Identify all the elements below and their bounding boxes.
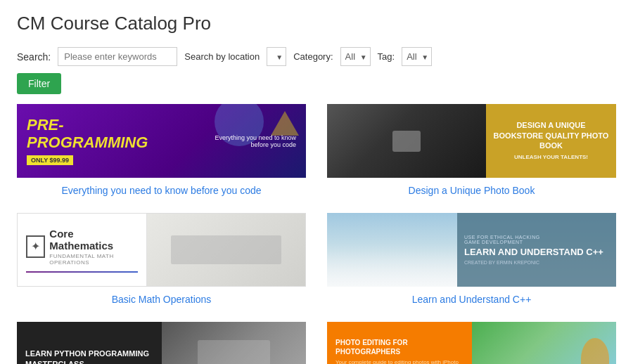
search-bar: Search: Search by location ▼ Category: A… — [17, 47, 616, 66]
preprog-subtitle: Everything you need to know before you c… — [212, 134, 296, 148]
course-thumb-photobook: DESIGN A UNIQUE BOOKSTORE QUALITY PHOTO … — [327, 104, 616, 178]
location-select[interactable] — [267, 47, 286, 66]
course-title-preprogramming[interactable]: Everything you need to know before you c… — [61, 185, 261, 196]
location-select-wrapper: ▼ — [267, 47, 286, 66]
course-card-coremath: ✦ Core Mathematics FUNDAMENTAL MATH OPER… — [17, 213, 306, 305]
coremath-sub: FUNDAMENTAL MATH OPERATIONS — [49, 253, 138, 266]
tag-select-wrapper: All ▼ — [402, 47, 432, 66]
catalog-grid: PRE-PROGRAMMING ONLY $99.99 Everything y… — [17, 104, 616, 364]
coremath-divider — [26, 271, 138, 273]
course-thumb-python: LEARN PYTHON PROGRAMMING MASTERCLASS — [17, 322, 306, 364]
preprog-price: ONLY $99.99 — [27, 155, 73, 165]
coremath-name: Core Mathematics — [49, 228, 138, 252]
category-select[interactable]: All — [340, 47, 371, 66]
photobook-sub: UNLEASH YOUR TALENTS! — [492, 153, 610, 161]
course-title-cpp[interactable]: Learn and Understand C++ — [412, 294, 532, 305]
location-label: Search by location — [184, 51, 260, 62]
coremath-icon: ✦ — [26, 235, 45, 258]
photobook-main: DESIGN A UNIQUE BOOKSTORE QUALITY PHOTO … — [492, 120, 610, 150]
cpp-tags: USE FOR ETHICAL HACKINGGAME DEVELOPMENT — [464, 235, 540, 245]
course-title-coremath[interactable]: Basic Math Operations — [112, 294, 212, 305]
category-select-wrapper: All ▼ — [340, 47, 371, 66]
course-card-preprogramming: PRE-PROGRAMMING ONLY $99.99 Everything y… — [17, 104, 306, 196]
iphoto-title: PHOTO EDITING FOR PHOTOGRAPHERS — [335, 338, 463, 356]
cpp-title: LEARN AND UNDERSTAND C++ — [464, 247, 603, 258]
course-card-iphoto: PHOTO EDITING FOR PHOTOGRAPHERS Your com… — [327, 322, 616, 364]
filter-button[interactable]: Filter — [17, 73, 61, 94]
course-thumb-preprogramming: PRE-PROGRAMMING ONLY $99.99 Everything y… — [17, 104, 306, 178]
course-title-photobook[interactable]: Design a Unique Photo Book — [409, 185, 535, 196]
course-thumb-coremath: ✦ Core Mathematics FUNDAMENTAL MATH OPER… — [17, 213, 306, 287]
python-title: LEARN PYTHON PROGRAMMING MASTERCLASS — [25, 349, 153, 364]
course-thumb-cpp: USE FOR ETHICAL HACKINGGAME DEVELOPMENT … — [327, 213, 616, 287]
tag-select[interactable]: All — [402, 47, 432, 66]
search-input[interactable] — [58, 47, 177, 66]
tag-label: Tag: — [378, 51, 395, 62]
course-thumb-iphoto: PHOTO EDITING FOR PHOTOGRAPHERS Your com… — [327, 322, 616, 364]
category-label: Category: — [293, 51, 333, 62]
course-card-cpp: USE FOR ETHICAL HACKINGGAME DEVELOPMENT … — [327, 213, 616, 305]
preprog-title: PRE-PROGRAMMING — [27, 117, 148, 150]
cpp-author: CREATED BY ERMIN KREPONIC — [464, 260, 539, 265]
course-card-python: LEARN PYTHON PROGRAMMING MASTERCLASS Lea… — [17, 322, 306, 364]
course-card-photobook: DESIGN A UNIQUE BOOKSTORE QUALITY PHOTO … — [327, 104, 616, 196]
search-label: Search: — [17, 51, 51, 63]
page-title: CM Course Catalog Pro — [17, 13, 616, 34]
iphoto-sub: Your complete guide to editing photos wi… — [335, 359, 463, 365]
